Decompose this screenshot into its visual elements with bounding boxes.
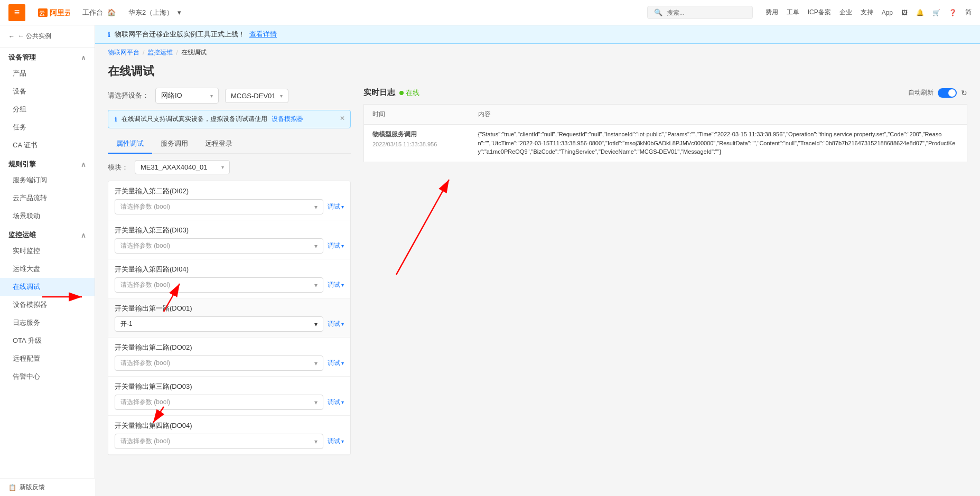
property-select-do03[interactable]: 请选择参数 (bool) ▾ (115, 395, 323, 410)
debug-button-di03[interactable]: 调试 ▾ (328, 241, 344, 250)
chevron-down-icon: ▾ (314, 203, 318, 211)
chevron-down-icon: ▾ (314, 242, 318, 250)
nav-actions: 费用 工单 ICP备案 企业 支持 App 🖼 🔔 🛒 ❓ 简 (766, 8, 972, 17)
debug-button-do01[interactable]: 调试 ▾ (328, 320, 344, 329)
search-icon: 🔍 (654, 8, 662, 16)
search-box[interactable]: 🔍 (647, 6, 753, 19)
property-name-do01: 开关量输出第一路(DO01) (115, 304, 344, 313)
sidebar-item-server-subscribe[interactable]: 服务端订阅 (0, 171, 95, 189)
sidebar-item-ota[interactable]: OTA 升级 (0, 332, 95, 350)
property-placeholder-do03: 请选择参数 (bool) (120, 398, 170, 407)
nav-action-user[interactable]: 简 (965, 8, 972, 17)
module-select[interactable]: ME31_AXAX4040_01 ▾ (135, 160, 230, 174)
workbench-menu[interactable]: 工作台 🏠 (82, 8, 116, 17)
online-status-dot (399, 91, 404, 95)
section-title-device: 设备管理 (8, 53, 36, 62)
debug-chevron-icon: ▾ (341, 321, 344, 327)
property-placeholder-di02: 请选择参数 (bool) (120, 202, 170, 211)
sidebar-back-button[interactable]: ← ← 公共实例 (0, 25, 95, 48)
sidebar-item-scene[interactable]: 场景联动 (0, 207, 95, 225)
property-select-di02[interactable]: 请选择参数 (bool) ▾ (115, 199, 323, 214)
log-content: {"Status":"true","clientId":"null","Requ… (478, 130, 959, 156)
device-name-select[interactable]: MCGS-DEV01 ▾ (225, 89, 288, 103)
breadcrumb-item-platform[interactable]: 物联网平台 (108, 48, 139, 57)
sidebar-item-remote-config[interactable]: 远程配置 (0, 350, 95, 368)
debug-button-di04[interactable]: 调试 ▾ (328, 280, 344, 289)
feedback-link[interactable]: 📋 新版反馈 (0, 478, 95, 496)
info-box: ℹ 在线调试只支持调试真实设备，虚拟设备调试请使用 设备模拟器 ✕ (108, 110, 351, 128)
section-collapse-icon[interactable]: ∧ (81, 54, 86, 62)
tab-property-debug[interactable]: 属性调试 (108, 135, 152, 154)
device-simulator-link[interactable]: 设备模拟器 (272, 115, 303, 124)
home-icon: 🏠 (107, 8, 116, 16)
property-select-do01[interactable]: 开-1 ▾ (115, 316, 323, 332)
property-select-di03[interactable]: 请选择参数 (bool) ▾ (115, 238, 323, 254)
sidebar-item-device[interactable]: 设备 (0, 82, 95, 100)
close-icon[interactable]: ✕ (340, 115, 345, 122)
nav-action-app[interactable]: App (882, 9, 893, 16)
sidebar-item-log-service[interactable]: 日志服务 (0, 314, 95, 332)
region-selector[interactable]: 华东2（上海） ▾ (128, 8, 181, 17)
nav-action-ticket[interactable]: 工单 (787, 8, 799, 17)
tab-service-call[interactable]: 服务调用 (152, 135, 197, 154)
info-text: 在线调试只支持调试真实设备，虚拟设备调试请使用 (122, 115, 267, 124)
main-content: ℹ 物联网平台迁移企业版实例工具正式上线！ 查看详情 物联网平台 / 监控运维 … (95, 25, 980, 496)
chevron-down-icon: ▾ (314, 321, 318, 328)
breadcrumb-item-monitor[interactable]: 监控运维 (147, 48, 173, 57)
debug-chevron-icon: ▾ (341, 243, 344, 249)
refresh-icon[interactable]: ↻ (961, 89, 967, 97)
auto-refresh-toggle[interactable] (938, 88, 957, 98)
device-type-select[interactable]: 网络IO ▾ (155, 88, 219, 104)
sidebar-item-alarm[interactable]: 告警中心 (0, 368, 95, 386)
nav-action-support[interactable]: 支持 (861, 8, 873, 17)
debug-button-do04[interactable]: 调试 ▾ (328, 437, 344, 446)
sidebar-item-task[interactable]: 任务 (0, 118, 95, 136)
breadcrumb-sep-2: / (176, 49, 178, 57)
banner-link[interactable]: 查看详情 (249, 30, 277, 39)
left-panel: 请选择设备： 网络IO ▾ MCGS-DEV01 ▾ ℹ 在线调试只支持调试真实… (108, 88, 351, 455)
nav-action-bell[interactable]: 🔔 (916, 9, 924, 16)
debug-button-do02[interactable]: 调试 ▾ (328, 359, 344, 368)
nav-action-help[interactable]: ❓ (949, 9, 957, 16)
property-item-di03: 开关量输入第三路(DI03) 请选择参数 (bool) ▾ 调试 ▾ (108, 220, 350, 259)
debug-button-di02[interactable]: 调试 ▾ (328, 202, 344, 211)
sidebar-item-realtime-monitor[interactable]: 实时监控 (0, 242, 95, 260)
debug-chevron-icon: ▾ (341, 204, 344, 210)
nav-action-image[interactable]: 🖼 (901, 9, 908, 16)
property-list: 开关量输入第二路(DI02) 请选择参数 (bool) ▾ 调试 ▾ (108, 181, 351, 455)
sidebar-item-device-simulator[interactable]: 设备模拟器 (0, 296, 95, 314)
search-input[interactable] (667, 9, 741, 16)
log-timestamp: 2022/03/15 11:33:38.956 (372, 141, 461, 147)
property-name-do04: 开关量输出第四路(DO04) (115, 421, 344, 431)
property-select-do02[interactable]: 请选择参数 (bool) ▾ (115, 355, 323, 371)
svg-text:云: 云 (39, 10, 45, 16)
debug-button-do03[interactable]: 调试 ▾ (328, 398, 344, 407)
module-label: 模块： (108, 163, 128, 172)
tab-remote-login[interactable]: 远程登录 (197, 135, 241, 154)
sidebar-item-group[interactable]: 分组 (0, 100, 95, 118)
nav-action-cart[interactable]: 🛒 (932, 9, 940, 16)
realtime-log-header: 实时日志 在线 自动刷新 ↻ (363, 88, 967, 98)
sidebar-item-product[interactable]: 产品 (0, 64, 95, 82)
nav-action-enterprise[interactable]: 企业 (839, 8, 852, 17)
property-select-do04[interactable]: 请选择参数 (bool) ▾ (115, 434, 323, 449)
sidebar-item-ops-dashboard[interactable]: 运维大盘 (0, 260, 95, 278)
sidebar-back-label: ← 公共实例 (18, 32, 51, 41)
sidebar-item-cloud-product[interactable]: 云产品流转 (0, 189, 95, 207)
property-select-di04[interactable]: 请选择参数 (bool) ▾ (115, 277, 323, 293)
section-collapse-monitor-icon[interactable]: ∧ (81, 231, 86, 239)
log-col-content: 内容 (470, 105, 967, 125)
sidebar-item-ca[interactable]: CA 证书 (0, 136, 95, 154)
debug-label-do01: 调试 (328, 320, 340, 329)
section-collapse-rules-icon[interactable]: ∧ (81, 161, 86, 169)
device-type-value: 网络IO (161, 91, 182, 100)
banner-text: 物联网平台迁移企业版实例工具正式上线！ (115, 30, 245, 39)
back-arrow-icon: ← (8, 33, 15, 40)
hamburger-menu-icon[interactable]: ≡ (8, 4, 25, 21)
nav-action-icp[interactable]: ICP备案 (808, 8, 831, 17)
debug-chevron-icon: ▾ (341, 438, 344, 444)
nav-action-cost[interactable]: 费用 (766, 8, 778, 17)
device-select-row: 请选择设备： 网络IO ▾ MCGS-DEV01 ▾ (108, 88, 351, 104)
feedback-icon: 📋 (8, 484, 16, 491)
sidebar-item-online-debug[interactable]: 在线调试 (0, 278, 95, 296)
